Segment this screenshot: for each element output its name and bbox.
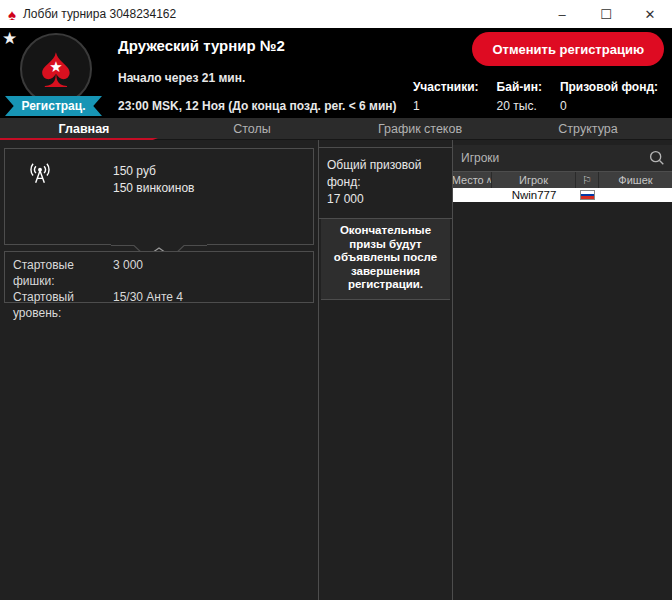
- player-search: [453, 145, 672, 172]
- favorite-star-icon[interactable]: ★: [2, 28, 17, 49]
- pokerstars-logo: ♠ ★: [20, 33, 92, 105]
- stat-buyin: Бай-ин: 20 тыс.: [497, 80, 542, 113]
- stat-participants: Участники: 1: [413, 80, 479, 113]
- tab-tables[interactable]: Столы: [168, 118, 336, 140]
- prize-info-box: 150 руб 150 винкоинов: [4, 148, 314, 245]
- tournament-stats: Участники: 1 Бай-ин: 20 тыс. Призовой фо…: [413, 80, 658, 113]
- logo-star-icon: ★: [49, 59, 62, 74]
- tournament-header: ★ ♠ ★ Регистрац. Дружеский турнир №2 Нач…: [0, 28, 672, 118]
- prize-lines: 150 руб 150 винкоинов: [113, 163, 195, 197]
- window-title: Лобби турнира 3048234162: [23, 7, 176, 21]
- window-controls: – ☐ ✕: [540, 0, 672, 28]
- maximize-icon[interactable]: ☐: [584, 0, 628, 28]
- total-prize-pool: Общий призовой фонд: 17 000: [319, 147, 452, 219]
- stat-value: 1: [413, 99, 479, 113]
- start-level-label: Стартовый уровень:: [13, 289, 113, 321]
- tournament-lobby-window: ♠ Лобби турнира 3048234162 – ☐ ✕ ★ ♠ ★ Р…: [0, 0, 672, 600]
- schedule-line: 23:00 MSK, 12 Ноя (До конца позд. рег. <…: [118, 99, 397, 113]
- start-info-list: Стартовые фишки: 3 000 Стартовый уровень…: [5, 252, 313, 326]
- total-prize-pool-value: 17 000: [327, 191, 444, 208]
- start-countdown: Начало через 21 мин.: [118, 71, 245, 85]
- column-header-place[interactable]: Место∧: [453, 172, 492, 188]
- tab-label: Главная: [59, 122, 110, 136]
- close-icon[interactable]: ✕: [628, 0, 672, 28]
- start-chips-label: Стартовые фишки:: [13, 257, 113, 289]
- tab-stack-graph[interactable]: График стеков: [336, 118, 504, 140]
- players-panel: Место∧ Игрок ⚐ Фишек Nwin777: [453, 140, 672, 202]
- column-header-chips[interactable]: Фишек: [599, 172, 672, 188]
- tab-label: Столы: [233, 122, 271, 136]
- tab-label: График стеков: [378, 122, 462, 136]
- players-table-header: Место∧ Игрок ⚐ Фишек: [453, 172, 672, 188]
- tab-label: Структура: [558, 122, 617, 136]
- player-row[interactable]: Nwin777: [453, 188, 672, 202]
- player-flag-cell: [576, 188, 599, 202]
- player-search-input[interactable]: [453, 145, 672, 171]
- flag-icon: ⚐: [582, 174, 592, 187]
- russia-flag-icon: [580, 190, 595, 200]
- column-header-player[interactable]: Игрок: [492, 172, 576, 188]
- player-name: Nwin777: [492, 188, 576, 202]
- prize-pool-panel: Общий призовой фонд: 17 000 Окончательны…: [319, 140, 452, 300]
- stat-label: Бай-ин:: [497, 80, 542, 94]
- column-divider: [452, 140, 453, 600]
- stat-value: 20 тыс.: [497, 99, 542, 113]
- player-chips: [599, 188, 672, 202]
- tournament-title: Дружеский турнир №2: [118, 37, 285, 54]
- broadcast-icon: [27, 161, 53, 191]
- start-info-box: Стартовые фишки: 3 000 Стартовый уровень…: [4, 251, 314, 303]
- search-icon[interactable]: [648, 149, 666, 171]
- player-place: [453, 188, 492, 202]
- total-prize-pool-label: Общий призовой фонд:: [327, 157, 444, 191]
- start-chips-value: 3 000: [113, 257, 305, 289]
- lobby-content: 150 руб 150 винкоинов Стартовые фишки: 3…: [0, 140, 672, 600]
- column-header-flag[interactable]: ⚐: [576, 172, 599, 188]
- column-label: Место: [453, 174, 484, 186]
- tab-structure[interactable]: Структура: [504, 118, 672, 140]
- app-spade-icon: ♠: [8, 7, 16, 22]
- stat-label: Участники:: [413, 80, 479, 94]
- stat-label: Призовой фонд:: [560, 80, 658, 94]
- stat-value: 0: [560, 99, 658, 113]
- titlebar: ♠ Лобби турнира 3048234162 – ☐ ✕: [0, 0, 672, 28]
- start-level-value: 15/30 Анте 4: [113, 289, 305, 321]
- status-badge: Регистрац.: [5, 96, 102, 116]
- cancel-registration-button[interactable]: Отменить регистрацию: [472, 32, 664, 66]
- tab-main[interactable]: Главная: [0, 118, 168, 140]
- tab-bar: Главная Столы График стеков Структура: [0, 118, 672, 140]
- minimize-icon[interactable]: –: [540, 0, 584, 28]
- prize-line-coins: 150 винкоинов: [113, 180, 195, 197]
- stat-prize-pool: Призовой фонд: 0: [560, 80, 658, 113]
- prize-notice: Окончательные призы будут объявлены посл…: [321, 219, 450, 300]
- prize-line-money: 150 руб: [113, 163, 195, 180]
